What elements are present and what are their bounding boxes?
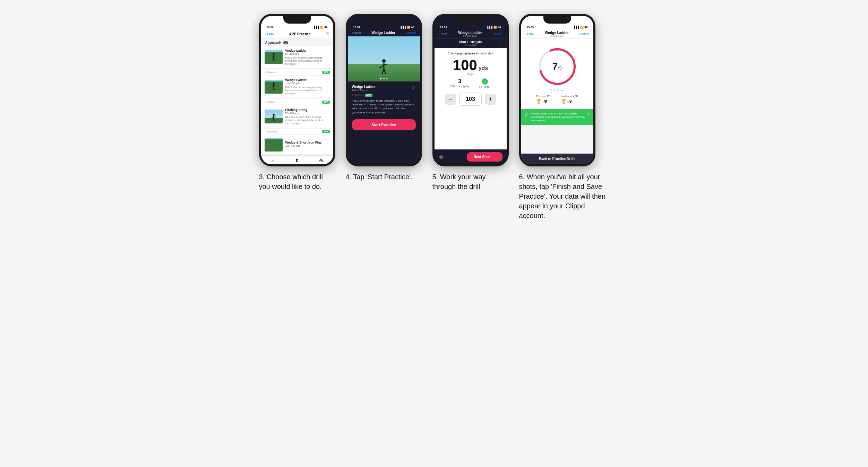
nav-title-4: Wedge Ladder bbox=[545, 31, 569, 35]
drill-star-3[interactable]: ☆ bbox=[327, 143, 330, 146]
cancel-button-3[interactable]: Cancel bbox=[492, 32, 502, 36]
target-num-3: 100 bbox=[453, 58, 477, 72]
drill-name-2: Pitching String bbox=[285, 108, 324, 112]
decrement-button[interactable]: − bbox=[445, 94, 456, 105]
pb-lastmonth-value: 🏆 -/9 bbox=[561, 99, 578, 104]
drill-star-2[interactable]: ☆ bbox=[327, 115, 330, 118]
golfer-svg-1 bbox=[270, 83, 277, 91]
phone2-column: 13:02 ▐▐▐ 📶 46 ‹ Back Wedge Ladder Cance… bbox=[346, 14, 422, 182]
score-denom-4: /9 bbox=[558, 65, 562, 71]
signal-1: ▐▐▐ bbox=[313, 26, 319, 29]
nav-title-1: APP Practice bbox=[289, 32, 311, 36]
back-button-4[interactable]: ‹ Back bbox=[525, 32, 534, 36]
dot-3 bbox=[386, 78, 388, 79]
nav-title-3: Wedge Ladder bbox=[458, 31, 482, 35]
battery-3: 46 bbox=[498, 26, 501, 29]
trash-button-3[interactable]: 🗑 bbox=[439, 154, 444, 160]
battery-1: 46 bbox=[325, 26, 328, 29]
shot-title-3: Shot 1, 100 yds bbox=[459, 40, 482, 44]
drill-star-1[interactable]: ☆ bbox=[327, 85, 330, 88]
nav-subtitle-4: 06 Mar 2023 bbox=[545, 35, 569, 37]
drill-desc-2: Hit 1 shot at each of the 10 target dist… bbox=[285, 115, 324, 125]
activities-icon-1: ⬆ bbox=[295, 158, 299, 163]
score-circle-4: 7 /9 bbox=[536, 46, 578, 87]
tab-activities-1[interactable]: ⬆ Activities bbox=[285, 158, 309, 164]
practice-image-2 bbox=[348, 36, 420, 81]
difference-stat: 3 Difference (yds) bbox=[450, 78, 469, 88]
status-bar-1: 13:02 ▐▐▐ 📶 46 bbox=[261, 16, 333, 29]
pb-row-4: Previous PB 🏆 -/9 Last month PB 🏆 -/9 bbox=[536, 95, 578, 104]
drill-thumb-1 bbox=[265, 80, 283, 94]
time-2: 13:02 bbox=[353, 26, 360, 29]
score-main-4: 7 bbox=[552, 62, 558, 71]
hit-target-icon: ✓ bbox=[482, 78, 488, 85]
back-button-2[interactable]: ‹ Back bbox=[352, 31, 361, 35]
drill-info-1: Wedge Ladder 100–140 yds Play 1 shot at … bbox=[285, 78, 324, 95]
drill-info-3: Wedge & Short Iron Play 100–140 yds bbox=[285, 141, 324, 148]
time-4: 13:03 bbox=[527, 26, 534, 29]
nav-title-2: Wedge Ladder bbox=[371, 31, 395, 35]
increment-button[interactable]: + bbox=[485, 94, 496, 105]
signal-2: ▐▐▐ bbox=[400, 26, 406, 29]
nav-subtitle-3: 06 Mar 2023 bbox=[458, 35, 482, 37]
svg-point-6 bbox=[273, 83, 275, 85]
cancel-button-4[interactable]: Cancel bbox=[579, 32, 589, 36]
status-icons-1: ▐▐▐ 📶 46 bbox=[313, 26, 328, 29]
drill-card-2[interactable]: Pitching String 55–100 yds Hit 1 shot at… bbox=[261, 105, 333, 128]
practice-name-group: Wedge Ladder 100–140 yds bbox=[352, 85, 376, 92]
nav-title-group-3: Wedge Ladder 06 Mar 2023 bbox=[458, 31, 482, 37]
tab-capture-1[interactable]: ⊕ Capture bbox=[309, 158, 333, 164]
drill-content-3: Enter carry distance for each shot 100 y… bbox=[435, 48, 507, 149]
svg-line-15 bbox=[274, 117, 276, 117]
phone1-column: 13:02 ▐▐▐ 📶 46 ‹ Back APP Practice ≡ bbox=[259, 14, 335, 191]
app-badge-2: APP bbox=[322, 130, 329, 133]
shots-0: ○ 9 shots bbox=[265, 71, 276, 74]
image-dots-2 bbox=[380, 78, 388, 79]
drill-card-3[interactable]: Wedge & Short Iron Play 100–140 yds ☆ bbox=[261, 135, 333, 155]
toast-close-4[interactable]: ✕ bbox=[587, 112, 590, 116]
battery-4: 46 bbox=[585, 26, 588, 29]
phone4: 13:03 ▐▐▐ 📶 46 ‹ Back Wedge Ladder bbox=[519, 14, 595, 166]
menu-icon-1[interactable]: ≡ bbox=[326, 31, 329, 37]
hit-target-stat: ✓ Hit Target bbox=[479, 78, 490, 88]
shot-nav-3: ← Shot 1, 100 yds Score 5/9 → bbox=[435, 39, 507, 48]
back-to-drills-button[interactable]: Back to Practice Drills bbox=[521, 154, 593, 164]
practice-card-2: Wedge Ladder 100–140 yds ☆ ○ 9 shots APP… bbox=[348, 81, 420, 164]
tab-home-1[interactable]: ⌂ Home bbox=[261, 158, 285, 164]
practice-desc-2: Play 1 shot at each target yardage. If y… bbox=[352, 99, 416, 114]
shot-value-input[interactable]: 103 bbox=[459, 93, 482, 106]
status-bar-4: 13:03 ▐▐▐ 📶 46 bbox=[521, 16, 593, 29]
status-icons-2: ▐▐▐ 📶 46 bbox=[400, 26, 414, 29]
drill-range-0: 50–100 yds bbox=[285, 52, 324, 55]
svg-line-21 bbox=[379, 67, 380, 68]
capture-icon-1: ⊕ bbox=[319, 158, 323, 163]
nav-bar-1: ‹ Back APP Practice ≡ bbox=[261, 29, 333, 39]
drill-card-1[interactable]: Wedge Ladder 100–140 yds Play 1 shot at … bbox=[261, 76, 333, 98]
back-button-3[interactable]: ‹ Back bbox=[439, 32, 448, 36]
prev-shot-arrow[interactable]: ← bbox=[439, 41, 444, 46]
back-button-1[interactable]: ‹ Back bbox=[265, 32, 274, 36]
input-row-3: − 103 + bbox=[439, 93, 502, 106]
difference-value: 3 bbox=[450, 78, 469, 85]
home-icon-1: ⌂ bbox=[272, 158, 274, 163]
drill-footer-0: ○ 9 shots APP bbox=[261, 69, 333, 76]
drill-name-0: Wedge Ladder bbox=[285, 49, 324, 52]
trophy-icon-2: 🏆 bbox=[561, 99, 566, 104]
drill-star-p2[interactable]: ☆ bbox=[411, 85, 416, 90]
phones-row: 13:02 ▐▐▐ 📶 46 ‹ Back APP Practice ≡ bbox=[259, 14, 609, 220]
svg-point-27 bbox=[556, 48, 559, 51]
drill-card-0[interactable]: Wedge Ladder 50–100 yds Play 1 shot at e… bbox=[261, 46, 333, 69]
next-shot-arrow[interactable]: → bbox=[498, 41, 502, 46]
cancel-button-2[interactable]: Cancel bbox=[406, 31, 415, 35]
app-badge-p2: APP bbox=[365, 94, 372, 97]
tab-bar-1: ⌂ Home ⬆ Activities ⊕ Capture bbox=[261, 155, 333, 164]
next-shot-button[interactable]: Next Shot → bbox=[467, 152, 502, 162]
pb-lastmonth: Last month PB 🏆 -/9 bbox=[561, 95, 578, 104]
caption-3: 5. Work your way through the drill. bbox=[432, 172, 509, 191]
pb-previous-label: Previous PB bbox=[536, 95, 550, 98]
start-practice-button[interactable]: Start Practice bbox=[352, 119, 416, 130]
drill-star-0[interactable]: ☆ bbox=[327, 55, 330, 59]
target-unit-3: yds bbox=[479, 65, 488, 71]
svg-line-5 bbox=[274, 59, 275, 61]
drill-range-3: 100–140 yds bbox=[285, 144, 324, 147]
